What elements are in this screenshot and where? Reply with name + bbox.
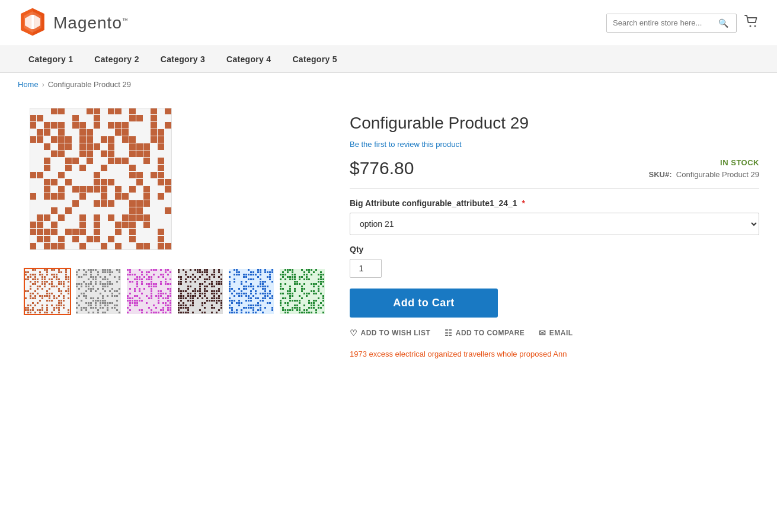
- main-image-canvas: [30, 108, 172, 250]
- thumbnail-6[interactable]: [279, 268, 326, 315]
- qty-section: Qty: [350, 245, 759, 278]
- attribute-select[interactable]: option 21 option 22 option 23 option 24: [350, 213, 759, 235]
- main-content: Configurable Product 29 Be the first to …: [0, 96, 777, 372]
- svg-point-7: [754, 25, 756, 27]
- email-link[interactable]: ✉ EMAIL: [539, 328, 573, 338]
- nav-link-5[interactable]: Category 5: [282, 46, 347, 72]
- product-price: $776.80: [350, 158, 414, 178]
- email-label: EMAIL: [549, 329, 573, 337]
- logo-text: Magento™: [53, 14, 129, 33]
- compare-icon: ☷: [445, 328, 453, 338]
- thumbnail-4[interactable]: [177, 268, 224, 315]
- price-stock-row: $776.80 IN STOCK SKU#: Configurable Prod…: [350, 158, 759, 179]
- review-link[interactable]: Be the first to review this product: [350, 140, 759, 149]
- main-nav: Category 1 Category 2 Category 3 Categor…: [0, 46, 777, 73]
- compare-link[interactable]: ☷ ADD TO COMPARE: [445, 328, 525, 338]
- thumbnail-2[interactable]: [75, 268, 122, 315]
- nav-item-3: Category 3: [150, 46, 216, 72]
- breadcrumb-current: Configurable Product 29: [48, 80, 131, 89]
- main-product-image: [30, 108, 172, 250]
- nav-item-4: Category 4: [216, 46, 282, 72]
- cart-icon: [744, 14, 759, 29]
- nav-link-4[interactable]: Category 4: [216, 46, 282, 72]
- nav-list: Category 1 Category 2 Category 3 Categor…: [18, 46, 759, 72]
- search-area: 🔍: [606, 14, 759, 33]
- email-icon: ✉: [539, 328, 546, 338]
- add-to-cart-button[interactable]: Add to Cart: [350, 289, 498, 318]
- header: Magento™ 🔍: [0, 0, 777, 46]
- breadcrumb-home-link[interactable]: Home: [18, 80, 39, 89]
- action-links: ♡ ADD TO WISH LIST ☷ ADD TO COMPARE ✉ EM…: [350, 328, 759, 338]
- breadcrumb: Home › Configurable Product 29: [0, 73, 777, 96]
- sku-label: SKU#:: [649, 170, 672, 179]
- logo-area: Magento™: [18, 7, 129, 39]
- magento-logo-icon: [18, 7, 47, 39]
- attribute-required: *: [522, 198, 525, 208]
- attribute-section: Big Attribute configurable_attribute1_24…: [350, 198, 759, 235]
- wish-list-link[interactable]: ♡ ADD TO WISH LIST: [350, 328, 430, 338]
- nav-link-3[interactable]: Category 3: [150, 46, 216, 72]
- product-title: Configurable Product 29: [350, 114, 759, 133]
- heart-icon: ♡: [350, 328, 358, 338]
- search-input[interactable]: [607, 14, 714, 31]
- wish-list-label: ADD TO WISH LIST: [361, 329, 431, 337]
- search-box: 🔍: [606, 14, 737, 33]
- stock-sku: IN STOCK SKU#: Configurable Product 29: [649, 158, 759, 179]
- divider: [350, 188, 759, 189]
- nav-item-5: Category 5: [282, 46, 347, 72]
- cart-icon-button[interactable]: [744, 14, 759, 33]
- thumbnail-list: [24, 268, 326, 315]
- product-info: Configurable Product 29 Be the first to …: [350, 108, 759, 360]
- thumbnail-3[interactable]: [126, 268, 173, 315]
- in-stock-badge: IN STOCK: [649, 158, 759, 167]
- thumbnail-1[interactable]: [24, 268, 71, 315]
- product-description: 1973 excess electrical organized travell…: [350, 348, 759, 360]
- nav-item-1: Category 1: [18, 46, 84, 72]
- compare-label: ADD TO COMPARE: [456, 329, 525, 337]
- sku-value: Configurable Product 29: [676, 170, 759, 179]
- nav-link-2[interactable]: Category 2: [84, 46, 149, 72]
- search-button[interactable]: 🔍: [714, 14, 733, 32]
- sku: SKU#: Configurable Product 29: [649, 170, 759, 179]
- thumbnail-5[interactable]: [228, 268, 275, 315]
- product-images: [18, 108, 326, 360]
- svg-rect-3: [31, 15, 34, 29]
- attribute-label: Big Attribute configurable_attribute1_24…: [350, 198, 759, 208]
- qty-label: Qty: [350, 245, 759, 254]
- nav-link-1[interactable]: Category 1: [18, 46, 84, 72]
- qty-input[interactable]: [350, 259, 382, 278]
- breadcrumb-separator: ›: [42, 81, 44, 89]
- svg-point-6: [750, 25, 752, 27]
- nav-item-2: Category 2: [84, 46, 149, 72]
